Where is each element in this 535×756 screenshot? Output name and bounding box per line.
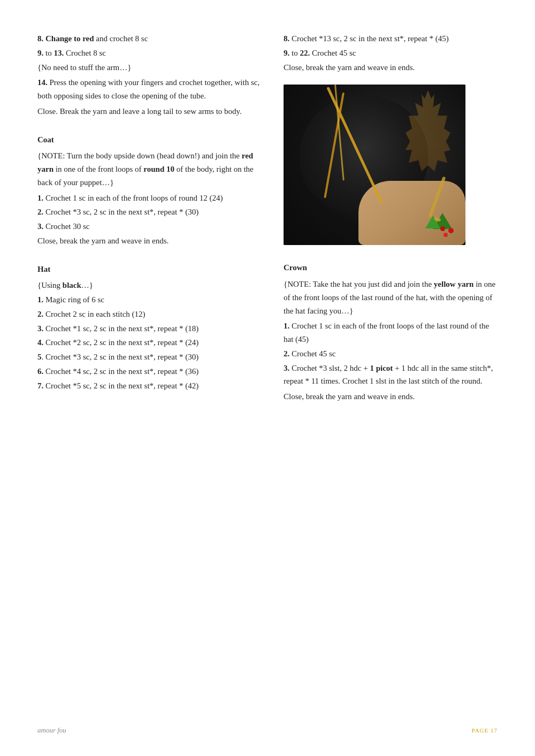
hat-section: Hat {Using black…} 1. Magic ring of 6 sc… (37, 263, 262, 393)
coat-title: Coat (37, 133, 262, 147)
coat-note: {NOTE: Turn the body upside down (head d… (37, 149, 262, 189)
brand-name: amour fou (37, 726, 66, 735)
hat-5: 5. Crochet *3 sc, 2 sc in the next st*, … (37, 350, 262, 364)
hat-3: 3. Crochet *1 sc, 2 sc in the next st*, … (37, 322, 262, 335)
crown-close: Close, break the yarn and weave in ends. (284, 390, 498, 403)
page: 8. Change to red and crochet 8 sc 9. to … (0, 0, 535, 756)
hat-2: 2. Crochet 2 sc in each stitch (12) (37, 308, 262, 321)
right-column: 8. Crochet *13 sc, 2 sc in the next st*,… (284, 32, 498, 724)
arm-line-8: 8. Change to red and crochet 8 sc (37, 32, 262, 45)
coat-2: 2. Crochet *3 sc, 2 sc in the next st*, … (37, 205, 262, 219)
arm-close: Close. Break the yarn and leave a long t… (37, 105, 262, 118)
hat-9-22: 9. to 22. Crochet 45 sc (284, 47, 498, 60)
hat-note: {Using black…} (37, 279, 262, 292)
left-column: 8. Change to red and crochet 8 sc 9. to … (37, 32, 262, 724)
hat-continued: 8. Crochet *13 sc, 2 sc in the next st*,… (284, 32, 498, 74)
arm-note: {No need to stuff the arm…} (37, 61, 262, 74)
hat-7: 7. Crochet *5 sc, 2 sc in the next st*, … (37, 379, 262, 393)
crown-note: {NOTE: Take the hat you just did and joi… (284, 278, 498, 317)
hat-close: Close, break the yarn and weave in ends. (284, 61, 498, 74)
coat-3: 3. Crochet 30 sc (37, 220, 262, 233)
arm-instructions: 8. Change to red and crochet 8 sc 9. to … (37, 32, 262, 118)
crown-section: Crown {NOTE: Take the hat you just did a… (284, 261, 498, 403)
crochet-image (284, 85, 465, 245)
hat-title: Hat (37, 263, 262, 276)
crown-3: 3. Crochet *3 slst, 2 hdc + 1 picot + 1 … (284, 362, 498, 388)
hat-8: 8. Crochet *13 sc, 2 sc in the next st*,… (284, 32, 498, 45)
crochet-image-container (284, 85, 487, 245)
crown-1: 1. Crochet 1 sc in each of the front loo… (284, 319, 498, 346)
arm-line-14: 14. Press the opening with your fingers … (37, 76, 262, 103)
coat-close: Close, break the yarn and weave in ends. (37, 234, 262, 248)
coat-section: Coat {NOTE: Turn the body upside down (h… (37, 133, 262, 248)
page-number: PAGE 17 (472, 727, 498, 734)
arm-line-9-13: 9. to 13. Crochet 8 sc (37, 47, 262, 60)
coat-1: 1. Crochet 1 sc in each of the front loo… (37, 192, 262, 205)
hat-6: 6. Crochet *4 sc, 2 sc in the next st*, … (37, 365, 262, 378)
crown-title: Crown (284, 261, 498, 274)
hat-4: 4. Crochet *2 sc, 2 sc in the next st*, … (37, 336, 262, 349)
hat-1: 1. Magic ring of 6 sc (37, 293, 262, 307)
footer: amour fou PAGE 17 (37, 726, 498, 735)
crown-2: 2. Crochet 45 sc (284, 347, 498, 361)
